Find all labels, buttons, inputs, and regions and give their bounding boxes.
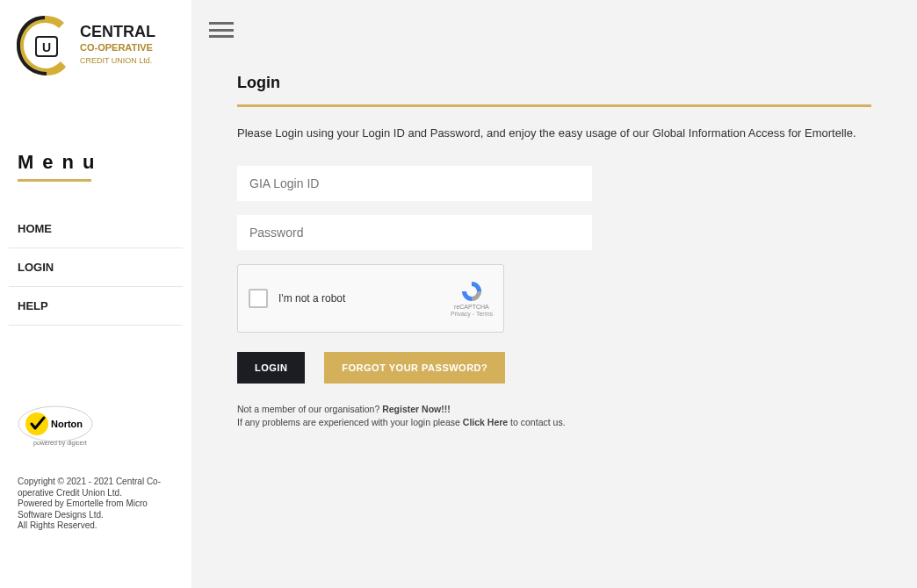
page-title-underline — [237, 104, 871, 107]
main: Login Please Login using your Login ID a… — [191, 0, 917, 588]
recaptcha-icon — [460, 280, 483, 303]
page-title: Login — [237, 74, 871, 92]
sidebar-item-help[interactable]: HELP — [9, 287, 183, 326]
recaptcha-brand: reCAPTCHA — [454, 304, 489, 311]
sidebar: U CENTRAL CO-OPERATIVE CREDIT UNION Ltd.… — [0, 0, 191, 588]
recaptcha-label: I'm not a robot — [278, 292, 451, 305]
register-note: Not a member of our organisation? Regist… — [237, 403, 871, 416]
norton-powered-by: powered by digicert — [33, 440, 87, 447]
password-input[interactable] — [237, 215, 592, 250]
recaptcha-logo: reCAPTCHA Privacy - Terms — [451, 280, 493, 317]
register-link[interactable]: Register Now!!! — [382, 404, 451, 414]
menu-heading-underline — [18, 179, 91, 182]
brand-name-top: CENTRAL — [80, 23, 155, 40]
content: Login Please Login using your Login ID a… — [191, 53, 917, 429]
menu-heading: Menu — [18, 151, 183, 174]
brand-logo: U CENTRAL CO-OPERATIVE CREDIT UNION Ltd. — [10, 11, 182, 81]
svg-text:U: U — [42, 40, 51, 54]
svg-point-3 — [25, 412, 48, 435]
hamburger-menu-icon[interactable] — [209, 22, 234, 38]
brand-logo-svg: U CENTRAL CO-OPERATIVE CREDIT UNION Ltd. — [10, 11, 182, 81]
footer-line-rights: All Rights Reserved. — [18, 520, 165, 532]
norton-seal[interactable]: Norton powered by digicert — [18, 405, 93, 448]
sidebar-footer: Copyright © 2021 - 2021 Central Co-opera… — [18, 477, 165, 532]
login-id-input[interactable] — [237, 166, 592, 201]
help-suffix: to contact us. — [508, 417, 565, 427]
footer-line-powered: Powered by Emortelle from Micro Software… — [18, 498, 165, 520]
help-note: If any problems are experienced with you… — [237, 416, 871, 429]
forgot-password-button[interactable]: FORGOT YOUR PASSWORD? — [324, 352, 505, 384]
recaptcha-sublinks: Privacy - Terms — [451, 311, 493, 318]
help-prefix: If any problems are experienced with you… — [237, 417, 463, 427]
brand-name-bottom: CREDIT UNION Ltd. — [80, 56, 152, 65]
contact-us-link[interactable]: Click Here — [463, 417, 508, 427]
recaptcha-widget: I'm not a robot reCAPTCHA Privacy - Term… — [237, 264, 504, 333]
brand-name-mid: CO-OPERATIVE — [80, 42, 153, 53]
recaptcha-checkbox[interactable] — [249, 289, 268, 308]
sidebar-item-login[interactable]: LOGIN — [9, 248, 183, 287]
topbar — [191, 0, 917, 53]
intro-text: Please Login using your Login ID and Pas… — [237, 126, 871, 140]
button-row: LOGIN FORGOT YOUR PASSWORD? — [237, 352, 871, 384]
sidebar-item-home[interactable]: HOME — [9, 210, 183, 248]
footer-line-copyright: Copyright © 2021 - 2021 Central Co-opera… — [18, 477, 165, 498]
login-button[interactable]: LOGIN — [237, 352, 305, 384]
register-prefix: Not a member of our organisation? — [237, 404, 382, 414]
norton-label: Norton — [51, 419, 83, 429]
